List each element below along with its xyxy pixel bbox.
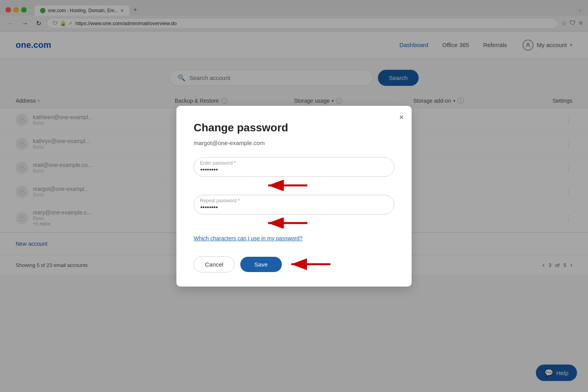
password-label: Enter password *: [200, 160, 236, 166]
password-field-wrap: Enter password *: [194, 157, 394, 177]
password-arrow: [264, 180, 311, 191]
modal-buttons: Cancel Save: [194, 256, 394, 272]
repeat-password-field-wrap: Repeat password *: [194, 195, 394, 214]
password-help-link[interactable]: Which characters can I use in my passwor…: [194, 235, 303, 241]
modal-email: margot@one-example.com: [194, 140, 394, 146]
save-arrow: [287, 258, 334, 270]
cancel-button[interactable]: Cancel: [194, 256, 235, 272]
modal-overlay: × Change password margot@one-example.com…: [0, 0, 588, 392]
modal-title: Change password: [194, 122, 394, 134]
repeat-password-label: Repeat password *: [200, 198, 240, 203]
repeat-password-arrow: [264, 218, 311, 229]
save-button[interactable]: Save: [240, 257, 282, 272]
change-password-modal: × Change password margot@one-example.com…: [176, 106, 412, 287]
modal-close-button[interactable]: ×: [399, 113, 404, 122]
